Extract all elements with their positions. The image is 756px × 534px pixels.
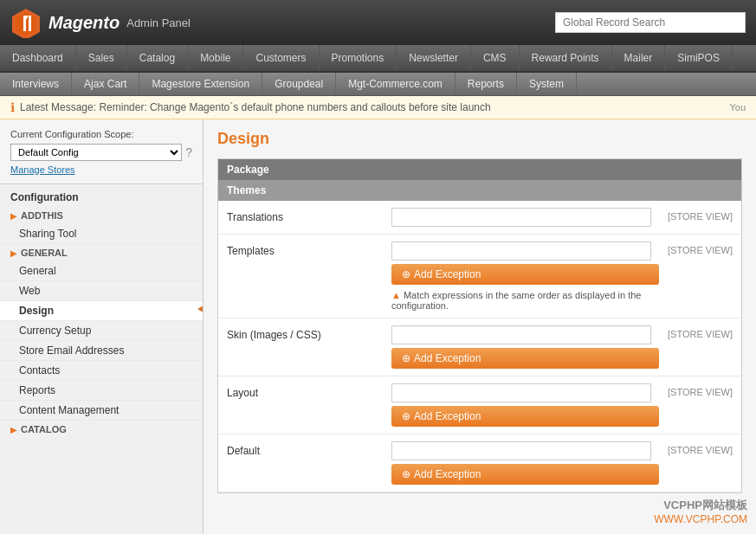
info-icon: ℹ — [10, 100, 15, 114]
nav-item-newsletter[interactable]: Newsletter — [397, 45, 471, 71]
sidebar-category-addthis[interactable]: ▶ ADDTHIS — [0, 207, 203, 224]
form-row-translations: Translations [STORE VIEW] — [218, 201, 741, 235]
watermark: VCPHP网站模板 WWW.VCPHP.COM — [654, 498, 747, 525]
nav-item-mobile[interactable]: Mobile — [188, 45, 243, 71]
watermark-line2: WWW.VCPHP.COM — [654, 513, 747, 525]
message-text: Latest Message: Reminder: Change Magento… — [20, 101, 491, 113]
sidebar-item-contacts[interactable]: Contacts — [0, 361, 203, 381]
translations-store-view: [STORE VIEW] — [668, 208, 733, 222]
nav-item-reward-points[interactable]: Reward Points — [520, 45, 612, 71]
skin-input-area: ⊕ Add Exception — [391, 325, 659, 369]
templates-add-exception-label: Add Exception — [414, 268, 481, 280]
nav-item-sales[interactable]: Sales — [76, 45, 127, 71]
content-area: Design Package Themes Translations [STOR… — [204, 119, 756, 534]
layout-add-exception-label: Add Exception — [414, 410, 481, 422]
nav-item-mgt-commerce[interactable]: Mgt-Commerce.com — [336, 73, 456, 95]
default-input-area: ⊕ Add Exception — [391, 441, 659, 485]
you-label: You — [729, 102, 746, 113]
layout-store-view: [STORE VIEW] — [668, 383, 733, 397]
plus-icon-default: ⊕ — [402, 468, 410, 480]
sidebar-item-store-email[interactable]: Store Email Addresses — [0, 341, 203, 361]
form-row-default: Default ⊕ Add Exception [STORE VIEW] — [218, 434, 741, 492]
skin-store-view: [STORE VIEW] — [668, 325, 733, 339]
default-add-exception-button[interactable]: ⊕ Add Exception — [391, 464, 659, 485]
plus-icon: ⊕ — [402, 268, 410, 280]
nav-item-system[interactable]: System — [517, 73, 577, 95]
nav-item-magestore-ext[interactable]: Magestore Extension — [139, 73, 262, 95]
nav-item-interviews[interactable]: Interviews — [0, 73, 72, 95]
scope-select[interactable]: Default Config — [10, 144, 182, 161]
translations-input[interactable] — [391, 208, 651, 227]
templates-store-view: [STORE VIEW] — [668, 241, 733, 255]
nav-top: Dashboard Sales Catalog Mobile Customers… — [0, 45, 756, 73]
sidebar-category-general[interactable]: ▶ GENERAL — [0, 244, 203, 261]
sidebar-section-title: Configuration — [0, 184, 203, 207]
sidebar-category-label-general: GENERAL — [21, 248, 68, 258]
header: Magento Admin Panel — [0, 0, 756, 45]
svg-rect-3 — [29, 16, 31, 31]
default-input[interactable] — [391, 441, 651, 460]
templates-input[interactable] — [391, 241, 651, 261]
scope-section: Current Configuration Scope: Default Con… — [0, 119, 203, 184]
scope-select-row: Default Config ? — [10, 144, 192, 161]
watermark-line1: VCPHP网站模板 — [654, 498, 747, 513]
message-bar: ℹ Latest Message: Reminder: Change Magen… — [0, 96, 756, 119]
templates-label: Templates — [227, 241, 383, 257]
arrow-icon-general: ▶ — [10, 248, 17, 258]
form-row-templates: Templates ⊕ Add Exception ▲ Match expres… — [218, 235, 741, 318]
sidebar-category-catalog[interactable]: ▶ CATALOG — [0, 421, 203, 438]
logo-area: Magento Admin Panel — [10, 7, 191, 38]
sidebar: Current Configuration Scope: Default Con… — [0, 119, 204, 534]
skin-add-exception-label: Add Exception — [414, 352, 481, 364]
sidebar-item-general[interactable]: General — [0, 261, 203, 281]
translations-input-area — [391, 208, 659, 227]
help-icon[interactable]: ? — [185, 145, 192, 159]
main-layout: Current Configuration Scope: Default Con… — [0, 119, 756, 534]
sidebar-item-currency-setup[interactable]: Currency Setup — [0, 321, 203, 341]
nav-item-reports[interactable]: Reports — [456, 73, 517, 95]
scope-label: Current Configuration Scope: — [10, 129, 133, 139]
layout-add-exception-button[interactable]: ⊕ Add Exception — [391, 406, 659, 427]
nav-item-simipos[interactable]: SimiPOS — [665, 45, 733, 71]
nav-item-cms[interactable]: CMS — [471, 45, 520, 71]
layout-input[interactable] — [391, 383, 651, 402]
default-add-exception-label: Add Exception — [414, 468, 481, 480]
arrow-icon-catalog: ▶ — [10, 425, 17, 434]
default-label: Default — [227, 441, 383, 457]
nav-item-catalog[interactable]: Catalog — [127, 45, 188, 71]
nav-item-mailer[interactable]: Mailer — [612, 45, 666, 71]
translations-label: Translations — [227, 208, 383, 223]
templates-add-exception-button[interactable]: ⊕ Add Exception — [391, 264, 659, 285]
arrow-icon: ▶ — [10, 211, 17, 221]
layout-label: Layout — [227, 383, 383, 399]
templates-input-area: ⊕ Add Exception ▲ Match expressions in t… — [391, 241, 659, 311]
sidebar-item-design[interactable]: Design — [0, 301, 203, 321]
section-header-package: Package — [218, 159, 741, 180]
logo-text: Magento — [48, 13, 120, 33]
skin-input[interactable] — [391, 325, 651, 344]
sidebar-item-content-mgmt[interactable]: Content Management — [0, 401, 203, 421]
templates-exception-note: ▲ Match expressions in the same order as… — [391, 290, 659, 311]
plus-icon-layout: ⊕ — [402, 410, 410, 422]
default-store-view: [STORE VIEW] — [668, 441, 733, 455]
sidebar-category-label-catalog: CATALOG — [21, 424, 67, 434]
skin-add-exception-button[interactable]: ⊕ Add Exception — [391, 348, 659, 369]
layout-input-area: ⊕ Add Exception — [391, 383, 659, 427]
form-row-skin: Skin (Images / CSS) ⊕ Add Exception [STO… — [218, 318, 741, 376]
nav-item-dashboard[interactable]: Dashboard — [0, 45, 76, 71]
magento-logo-icon — [10, 7, 42, 38]
sidebar-item-sharing-tool[interactable]: Sharing Tool — [0, 224, 203, 244]
sidebar-category-label-addthis: ADDTHIS — [21, 210, 63, 221]
form-row-layout: Layout ⊕ Add Exception [STORE VIEW] — [218, 376, 741, 434]
nav-item-promotions[interactable]: Promotions — [320, 45, 397, 71]
plus-icon-skin: ⊕ — [402, 352, 410, 364]
skin-label: Skin (Images / CSS) — [227, 325, 383, 341]
nav-item-ajax-cart[interactable]: Ajax Cart — [72, 73, 139, 95]
sidebar-item-reports[interactable]: Reports — [0, 381, 203, 401]
nav-item-groupdeal[interactable]: Groupdeal — [262, 73, 336, 95]
nav-item-customers[interactable]: Customers — [243, 45, 319, 71]
nav-second: Interviews Ajax Cart Magestore Extension… — [0, 73, 756, 96]
sidebar-item-web[interactable]: Web — [0, 281, 203, 301]
manage-stores-link[interactable]: Manage Stores — [10, 164, 192, 175]
global-search-input[interactable] — [555, 12, 746, 33]
